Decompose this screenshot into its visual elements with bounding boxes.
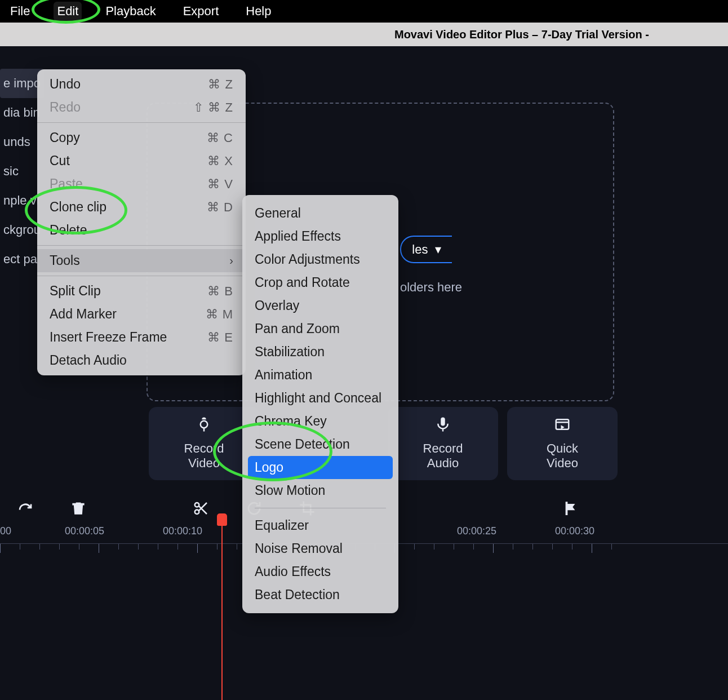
menu-shortcut: ⌘ M	[206, 307, 233, 322]
menu-item-label: Undo	[50, 77, 81, 92]
menu-shortcut: ⌘ X	[207, 154, 233, 169]
submenu-item-slow-motion[interactable]: Slow Motion	[242, 479, 398, 502]
chevron-right-icon: ›	[229, 254, 233, 267]
menu-shortcut: ⇧ ⌘ Z	[193, 100, 233, 115]
edit-menu: Undo⌘ ZRedo⇧ ⌘ ZCopy⌘ CCut⌘ XPaste⌘ VClo…	[37, 69, 246, 375]
chevron-down-icon: ▾	[435, 242, 441, 257]
menu-item-insert-freeze-frame[interactable]: Insert Freeze Frame⌘ E	[37, 326, 246, 349]
action-card[interactable]: QuickVideo	[507, 407, 618, 480]
menubar-item-playback[interactable]: Playback	[102, 2, 159, 21]
menu-item-tools[interactable]: Tools›	[37, 249, 246, 272]
menu-shortcut: ⌘ Z	[208, 77, 233, 92]
menubar-item-export[interactable]: Export	[180, 2, 223, 21]
submenu-item-pan-and-zoom[interactable]: Pan and Zoom	[242, 317, 398, 340]
menubar: FileEditPlaybackExportHelp	[0, 0, 728, 23]
redo-icon[interactable]	[17, 500, 34, 519]
submenu-item-logo[interactable]: Logo	[248, 456, 393, 479]
flag-icon[interactable]	[562, 500, 579, 519]
menu-item-label: Paste	[50, 176, 83, 192]
submenu-item-highlight-and-conceal[interactable]: Highlight and Conceal	[242, 387, 398, 410]
menu-shortcut: ⌘ E	[207, 330, 233, 345]
tools-submenu: GeneralApplied EffectsColor AdjustmentsC…	[242, 195, 398, 613]
submenu-item-overlay[interactable]: Overlay	[242, 294, 398, 317]
add-files-label-fragment: les	[412, 242, 428, 257]
menu-item-clone-clip[interactable]: Clone clip⌘ D	[37, 196, 246, 219]
menu-item-label: Tools	[50, 253, 80, 268]
menu-item-delete[interactable]: Delete	[37, 219, 246, 242]
submenu-item-scene-detection[interactable]: Scene Detection	[242, 433, 398, 456]
menu-item-label: Copy	[50, 130, 80, 145]
timecode-label: 00:00:10	[163, 525, 202, 537]
menu-item-cut[interactable]: Cut⌘ X	[37, 149, 246, 172]
submenu-item-color-adjustments[interactable]: Color Adjustments	[242, 248, 398, 271]
action-label: RecordAudio	[423, 441, 463, 471]
timecode-label: 00:00:30	[555, 525, 594, 537]
timecode-label: 00:00:25	[457, 525, 496, 537]
submenu-item-stabilization[interactable]: Stabilization	[242, 340, 398, 364]
menubar-item-edit[interactable]: Edit	[54, 2, 82, 21]
menu-item-label: Insert Freeze Frame	[50, 330, 167, 345]
menu-item-label: Redo	[50, 100, 81, 115]
menu-item-label: Cut	[50, 153, 70, 169]
submenu-item-applied-effects[interactable]: Applied Effects	[242, 225, 398, 248]
menu-item-detach-audio[interactable]: Detach Audio	[37, 349, 246, 372]
submenu-item-chroma-key[interactable]: Chroma Key	[242, 410, 398, 433]
trash-icon[interactable]	[70, 500, 87, 519]
submenu-item-beat-detection[interactable]: Beat Detection	[242, 583, 398, 606]
playhead[interactable]	[221, 514, 223, 700]
menu-item-label: Delete	[50, 223, 87, 238]
window-title: Movavi Video Editor Plus – 7-Day Trial V…	[394, 28, 649, 41]
submenu-item-general[interactable]: General	[242, 202, 398, 225]
timecode-label: 00:00:05	[65, 525, 104, 537]
submenu-item-crop-and-rotate[interactable]: Crop and Rotate	[242, 271, 398, 294]
svg-point-0	[201, 421, 208, 428]
menu-item-label: Clone clip	[50, 200, 106, 215]
action-card[interactable]: RecordAudio	[388, 407, 498, 480]
submenu-item-noise-removal[interactable]: Noise Removal	[242, 537, 398, 560]
menu-item-label: Detach Audio	[50, 353, 127, 368]
menu-item-undo[interactable]: Undo⌘ Z	[37, 73, 246, 96]
submenu-item-equalizer[interactable]: Equalizer	[242, 514, 398, 537]
add-files-dropdown[interactable]: les ▾	[400, 236, 452, 263]
action-label: RecordVideo	[184, 441, 224, 471]
menu-shortcut: ⌘ C	[207, 131, 233, 145]
menu-item-split-clip[interactable]: Split Clip⌘ B	[37, 280, 246, 303]
menubar-item-help[interactable]: Help	[242, 2, 274, 21]
dropzone-hint-fragment: olders here	[400, 280, 462, 295]
submenu-item-audio-effects[interactable]: Audio Effects	[242, 560, 398, 583]
svg-rect-1	[203, 428, 205, 432]
menu-item-add-marker[interactable]: Add Marker⌘ M	[37, 303, 246, 326]
mic-icon	[434, 416, 451, 436]
menu-item-copy[interactable]: Copy⌘ C	[37, 126, 246, 149]
menu-item-redo: Redo⇧ ⌘ Z	[37, 96, 246, 119]
menu-item-label: Split Clip	[50, 283, 101, 299]
window-titlebar: Movavi Video Editor Plus – 7-Day Trial V…	[0, 23, 728, 46]
clip-icon	[554, 416, 571, 436]
menu-shortcut: ⌘ V	[207, 177, 233, 192]
submenu-item-animation[interactable]: Animation	[242, 364, 398, 387]
main-area: e impodia binundssicnple vickgrouect pa …	[0, 46, 728, 700]
action-label: QuickVideo	[547, 441, 578, 471]
menu-item-label: Add Marker	[50, 307, 117, 322]
camera-icon	[196, 416, 212, 436]
menu-item-paste: Paste⌘ V	[37, 172, 246, 196]
menu-shortcut: ⌘ B	[207, 284, 233, 299]
timecode-label: 00	[0, 525, 11, 537]
scissors-icon[interactable]	[193, 500, 210, 519]
menu-shortcut: ⌘ D	[207, 200, 233, 215]
menubar-item-file[interactable]: File	[7, 2, 33, 21]
svg-rect-2	[441, 418, 445, 426]
